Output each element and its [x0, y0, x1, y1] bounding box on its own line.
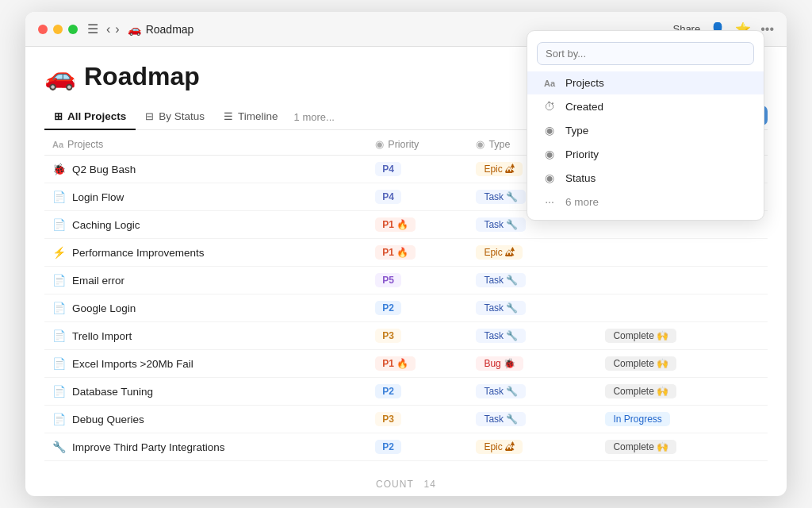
status-badge: In Progress: [605, 412, 669, 426]
sort-item-status-label: Status: [565, 172, 596, 184]
priority-badge: P2: [375, 301, 401, 315]
cell-type: Bug 🐞: [468, 350, 597, 378]
sort-dropdown: Aa Projects ⏱ Created ◉ Type ◉ Priority …: [527, 30, 764, 221]
cell-more: [741, 322, 768, 350]
priority-badge: P5: [375, 273, 401, 287]
project-name-text: Database Tuning: [72, 386, 153, 398]
tab-by-status[interactable]: ⊟ By Status: [136, 104, 214, 130]
cell-status: [597, 294, 741, 322]
sort-item-priority-label: Priority: [565, 148, 599, 160]
minimize-button[interactable]: [53, 25, 63, 34]
close-button[interactable]: [38, 25, 48, 34]
page-title-text: Roadmap: [84, 62, 200, 91]
project-name-text: Debug Queries: [72, 414, 144, 425]
project-icon: 📄: [52, 385, 66, 398]
back-button[interactable]: ‹: [106, 22, 110, 37]
col-projects-icon: Aa: [52, 140, 63, 149]
cell-priority: P1 🔥: [367, 350, 468, 378]
table-row: 📄 Database Tuning P2 Task 🔧 Complete 🙌: [44, 378, 768, 406]
project-icon: 📄: [52, 329, 66, 342]
tab-by-status-icon: ⊟: [145, 110, 154, 122]
window-title: 🚗 Roadmap: [128, 23, 194, 36]
cell-type: Task 🔧: [468, 322, 597, 350]
menu-icon[interactable]: ☰: [87, 21, 98, 37]
cell-status: Complete 🙌: [597, 350, 741, 378]
cell-priority: P2: [367, 294, 468, 322]
tab-all-projects[interactable]: ⊞ All Projects: [44, 104, 136, 130]
sort-item-status[interactable]: ◉ Status: [527, 166, 764, 190]
page-title-emoji: 🚗: [44, 61, 76, 91]
priority-badge: P1 🔥: [375, 217, 416, 232]
traffic-lights: [38, 25, 78, 34]
project-icon: 📄: [52, 190, 66, 203]
cell-more: [741, 350, 768, 378]
sort-item-projects[interactable]: Aa Projects: [527, 71, 764, 94]
table-row: 📄 Email error P5 Task 🔧: [44, 267, 768, 294]
cell-project-name: 📄 Excel Imports >20Mb Fail: [44, 350, 367, 378]
cell-type: Task 🔧: [468, 294, 597, 322]
cell-project-name: 📄 Login Flow: [44, 183, 367, 211]
tabs-more[interactable]: 1 more...: [288, 105, 341, 129]
cell-status: Complete 🙌: [597, 433, 741, 461]
priority-badge: P3: [375, 329, 401, 343]
type-badge: Task 🔧: [476, 273, 526, 287]
cell-project-name: 📄 Database Tuning: [44, 378, 367, 406]
sort-item-projects-label: Projects: [565, 77, 604, 89]
sort-search-input[interactable]: [537, 42, 754, 65]
cell-more: [741, 267, 768, 294]
cell-priority: P4: [367, 183, 468, 211]
cell-status: Complete 🙌: [597, 378, 741, 406]
project-name-text: Google Login: [72, 302, 136, 314]
cell-priority: P1 🔥: [367, 211, 468, 239]
table-row: 📄 Debug Queries P3 Task 🔧 In Progress: [44, 406, 768, 433]
cell-type: Task 🔧: [468, 267, 597, 294]
sort-item-type-label: Type: [565, 125, 588, 137]
project-icon: 📄: [52, 413, 66, 425]
type-badge: Task 🔧: [476, 190, 526, 204]
sort-item-created-label: Created: [565, 101, 603, 113]
project-icon: 🐞: [52, 163, 66, 175]
cell-project-name: 📄 Google Login: [44, 294, 367, 322]
sort-item-priority[interactable]: ◉ Priority: [527, 142, 764, 166]
status-badge: Complete 🙌: [605, 356, 676, 371]
type-badge: Task 🔧: [476, 301, 526, 315]
type-badge: Epic 🏕: [476, 245, 523, 260]
cell-type: Epic 🏕: [468, 433, 597, 461]
count-value: 14: [424, 479, 436, 490]
tab-all-projects-label: All Projects: [67, 110, 126, 122]
app-window: ☰ ‹ › 🚗 Roadmap Share 👤 ⭐ ••• 🚗 Roadmap …: [25, 12, 787, 496]
col-priority-icon: ◉: [375, 138, 384, 150]
project-icon: 📄: [52, 218, 66, 231]
sort-item-more[interactable]: ··· 6 more: [527, 190, 764, 214]
col-priority: ◉ Priority: [367, 133, 468, 156]
status-badge: Complete 🙌: [605, 384, 676, 398]
priority-badge: P3: [375, 412, 401, 426]
project-name-text: Caching Logic: [72, 219, 140, 231]
cell-status: [597, 267, 741, 294]
cell-priority: P1 🔥: [367, 239, 468, 267]
sort-item-type[interactable]: ◉ Type: [527, 118, 764, 142]
project-icon: ⚡: [52, 246, 66, 259]
sort-search-area: [537, 42, 754, 65]
maximize-button[interactable]: [68, 25, 78, 34]
project-name-text: Improve Third Party Integrations: [72, 441, 225, 453]
sort-item-type-icon: ◉: [542, 124, 557, 137]
sort-item-projects-icon: Aa: [542, 79, 557, 88]
sort-item-more-icon: ···: [542, 195, 557, 208]
forward-button[interactable]: ›: [115, 22, 119, 37]
type-badge: Task 🔧: [476, 329, 526, 343]
cell-more: [741, 239, 768, 267]
tab-all-projects-icon: ⊞: [54, 110, 63, 122]
table-row: 📄 Google Login P2 Task 🔧: [44, 294, 768, 322]
footer: COUNT 14: [44, 472, 768, 496]
priority-badge: P4: [375, 162, 401, 176]
cell-priority: P2: [367, 378, 468, 406]
cell-status: Complete 🙌: [597, 322, 741, 350]
cell-type: Task 🔧: [468, 378, 597, 406]
cell-more: [741, 406, 768, 433]
sort-item-created[interactable]: ⏱ Created: [527, 94, 764, 118]
tab-timeline[interactable]: ☰ Timeline: [214, 104, 288, 130]
table-row: 🔧 Improve Third Party Integrations P2 Ep…: [44, 433, 768, 461]
cell-project-name: ⚡ Performance Improvements: [44, 239, 367, 267]
col-type-icon: ◉: [476, 138, 485, 150]
